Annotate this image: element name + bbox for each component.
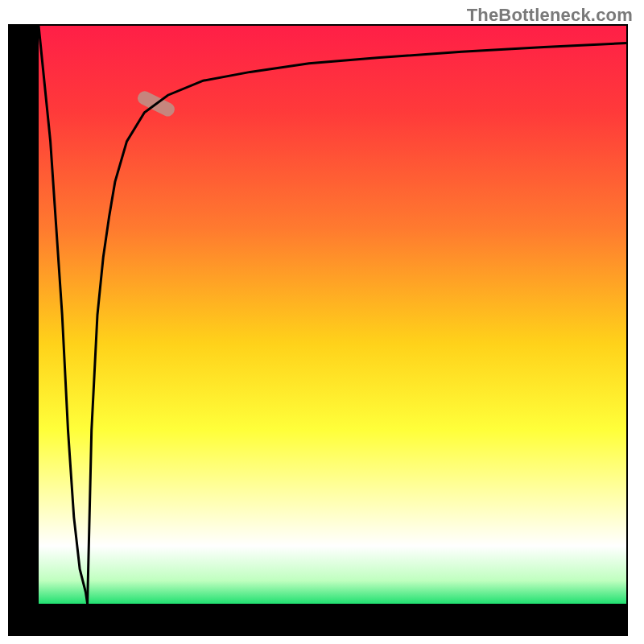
watermark-text: TheBottleneck.com	[467, 5, 633, 26]
bottleneck-chart	[0, 0, 644, 644]
plot-background-gradient	[39, 26, 626, 604]
chart-stage: TheBottleneck.com	[0, 0, 644, 644]
